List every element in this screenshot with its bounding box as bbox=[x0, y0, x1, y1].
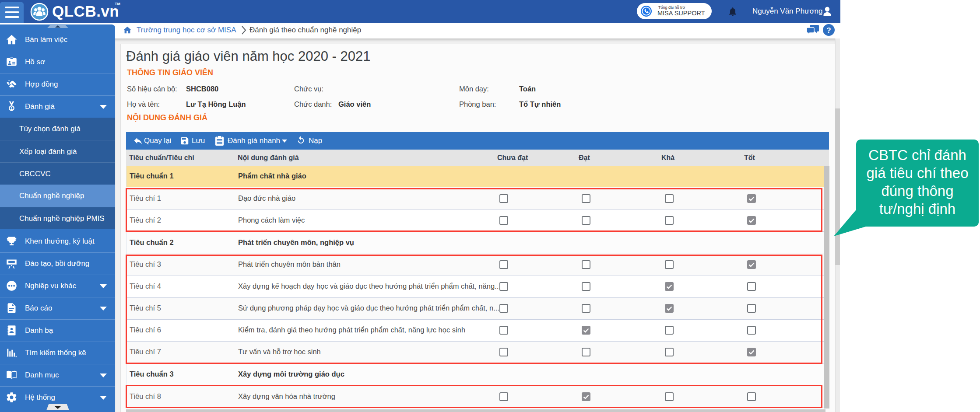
svg-text:abc: abc bbox=[10, 261, 14, 263]
svg-text:1: 1 bbox=[11, 106, 13, 111]
svg-text:?: ? bbox=[826, 26, 831, 35]
